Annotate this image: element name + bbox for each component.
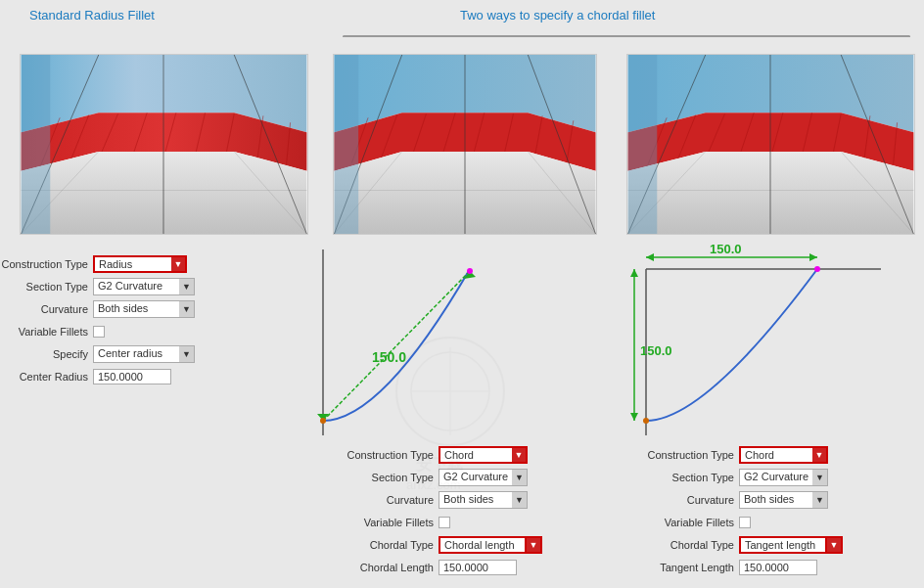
- watermark: 安下载 anxz.com: [352, 313, 548, 509]
- construction-type-dropdown-right[interactable]: Chord ▼: [739, 446, 828, 464]
- curvature-value-left: Both sides: [93, 300, 179, 318]
- model-svg-right: [627, 55, 914, 234]
- section-type-label-left: Section Type: [0, 281, 93, 293]
- curvature-dropdown-right[interactable]: Both sides ▼: [739, 491, 828, 509]
- construction-type-row-right: Construction Type Chord ▼: [631, 445, 915, 465]
- svg-point-76: [643, 418, 649, 424]
- svg-marker-38: [334, 55, 358, 234]
- construction-type-arrow-right[interactable]: ▼: [812, 446, 828, 464]
- svg-text:150.0: 150.0: [710, 242, 742, 256]
- specify-label-left: Specify: [0, 348, 93, 360]
- main-container: Standard Radius Fillet Two ways to speci…: [0, 0, 924, 588]
- chordal-length-row-center: Chordal Length 150.0000: [331, 558, 580, 577]
- header-title-right: Two ways to specify a chordal fillet: [460, 8, 655, 23]
- svg-marker-73: [630, 269, 638, 277]
- variable-fillets-checkbox-left[interactable]: [93, 326, 105, 338]
- construction-type-value-right: Chord: [739, 446, 812, 464]
- construction-type-arrow-left[interactable]: ▼: [171, 255, 187, 273]
- chordal-type-arrow-center[interactable]: ▼: [527, 536, 542, 554]
- center-radius-row-left: Center Radius 150.0000: [0, 367, 225, 386]
- tangent-length-input-right[interactable]: 150.0000: [739, 560, 817, 575]
- variable-fillets-checkbox-right[interactable]: [739, 517, 751, 528]
- specify-dropdown-left[interactable]: Center radius ▼: [93, 345, 195, 363]
- chordal-type-row-right: Chordal Type Tangent length ▼: [631, 535, 915, 555]
- form-panel-right: Construction Type Chord ▼ Section Type G…: [631, 445, 915, 580]
- chordal-length-label-center: Chordal Length: [331, 562, 439, 573]
- svg-text:anxz.com: anxz.com: [406, 477, 461, 492]
- brace-line: [343, 35, 910, 37]
- header-title-left: Standard Radius Fillet: [29, 8, 155, 23]
- svg-point-64: [320, 418, 326, 424]
- section-type-row-right: Section Type G2 Curvature ▼: [631, 468, 915, 487]
- variable-fillets-checkbox-center[interactable]: [439, 517, 450, 528]
- svg-marker-58: [628, 55, 658, 234]
- construction-type-label-left: Construction Type: [0, 258, 93, 270]
- model-svg-left: [21, 55, 307, 234]
- brace-decoration: [343, 27, 910, 47]
- svg-marker-19: [22, 55, 51, 234]
- construction-type-value-left: Radius: [93, 255, 171, 273]
- section-type-value-right: G2 Curvature: [739, 469, 812, 486]
- specify-row-left: Specify Center radius ▼: [0, 344, 225, 364]
- section-type-dropdown-right[interactable]: G2 Curvature ▼: [739, 469, 828, 486]
- svg-marker-70: [809, 253, 817, 261]
- form-panel-left: Construction Type Radius ▼ Section Type …: [0, 254, 225, 389]
- curvature-value-right: Both sides: [739, 491, 812, 509]
- section-type-value-left: G2 Curvature: [93, 278, 179, 295]
- model-panel-center: [333, 54, 597, 235]
- chordal-type-dropdown-right[interactable]: Tangent length ▼: [739, 536, 843, 554]
- chordal-type-value-right: Tangent length: [739, 536, 827, 554]
- svg-point-77: [814, 266, 820, 272]
- center-radius-label-left: Center Radius: [0, 371, 93, 383]
- diagram-svg-right: 150.0 150.0: [626, 240, 920, 445]
- chordal-type-dropdown-center[interactable]: Chordal length ▼: [439, 536, 542, 554]
- chordal-type-label-center: Chordal Type: [331, 539, 439, 551]
- curvature-dropdown-left[interactable]: Both sides ▼: [93, 300, 195, 318]
- svg-marker-74: [630, 413, 638, 421]
- watermark-svg: 安下载 anxz.com: [352, 313, 548, 509]
- section-type-dropdown-left[interactable]: G2 Curvature ▼: [93, 278, 195, 295]
- chordal-type-label-right: Chordal Type: [631, 539, 739, 551]
- variable-fillets-label-right: Variable Fillets: [631, 517, 739, 528]
- construction-type-dropdown-left[interactable]: Radius ▼: [93, 255, 187, 273]
- section-type-row-left: Section Type G2 Curvature ▼: [0, 277, 225, 296]
- svg-point-65: [467, 268, 473, 274]
- construction-type-row-left: Construction Type Radius ▼: [0, 254, 225, 274]
- specify-arrow-left[interactable]: ▼: [179, 345, 195, 363]
- variable-fillets-row-left: Variable Fillets: [0, 322, 225, 341]
- chordal-type-row-center: Chordal Type Chordal length ▼: [331, 535, 580, 555]
- section-type-arrow-left[interactable]: ▼: [179, 278, 195, 295]
- chordal-length-input-center[interactable]: 150.0000: [439, 560, 517, 575]
- diagram-right: 150.0 150.0: [626, 240, 920, 445]
- variable-fillets-label-left: Variable Fillets: [0, 326, 93, 338]
- chordal-type-arrow-right[interactable]: ▼: [827, 536, 843, 554]
- curvature-label-right: Curvature: [631, 494, 739, 506]
- svg-text:安下载: 安下载: [415, 455, 463, 473]
- svg-text:150.0: 150.0: [640, 343, 672, 358]
- curvature-label-left: Curvature: [0, 303, 93, 315]
- curvature-row-left: Curvature Both sides ▼: [0, 299, 225, 319]
- model-panel-left: [20, 54, 308, 235]
- model-svg-center: [334, 55, 596, 234]
- variable-fillets-row-center: Variable Fillets: [331, 513, 580, 532]
- variable-fillets-row-right: Variable Fillets: [631, 513, 915, 532]
- model-panel-right: [626, 54, 915, 235]
- tangent-length-row-right: Tangent Length 150.0000: [631, 558, 915, 577]
- variable-fillets-label-center: Variable Fillets: [331, 517, 439, 528]
- section-type-label-right: Section Type: [631, 472, 739, 483]
- chordal-type-value-center: Chordal length: [439, 536, 527, 554]
- curvature-arrow-right[interactable]: ▼: [812, 491, 828, 509]
- center-radius-input-left[interactable]: 150.0000: [93, 369, 171, 384]
- svg-marker-69: [646, 253, 654, 261]
- section-type-arrow-right[interactable]: ▼: [812, 469, 828, 486]
- tangent-length-label-right: Tangent Length: [631, 562, 739, 573]
- curvature-row-right: Curvature Both sides ▼: [631, 490, 915, 510]
- specify-value-left: Center radius: [93, 345, 179, 363]
- construction-type-label-right: Construction Type: [631, 449, 739, 461]
- curvature-arrow-left[interactable]: ▼: [179, 300, 195, 318]
